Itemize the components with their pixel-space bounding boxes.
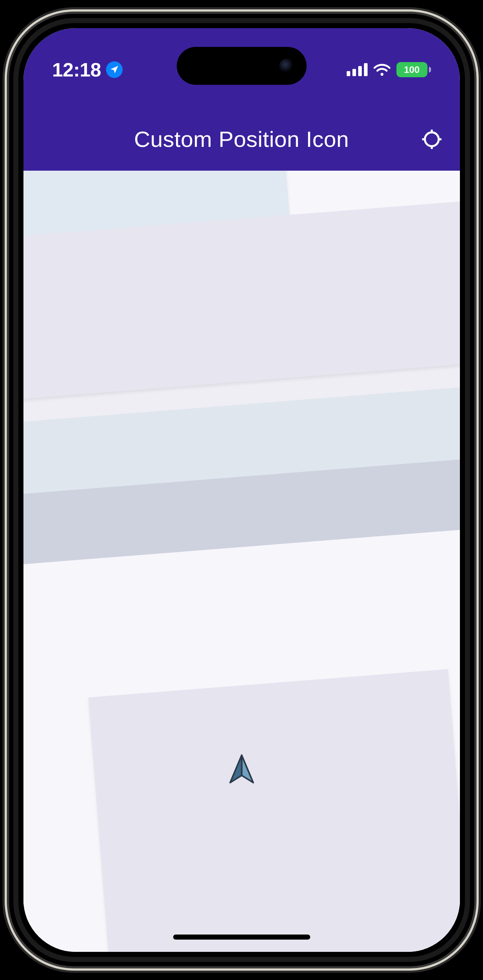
home-indicator[interactable] (173, 934, 310, 940)
building-block (88, 669, 460, 952)
current-location-marker[interactable] (227, 754, 256, 786)
building-block (24, 199, 460, 412)
status-bar-left: 12:18 (52, 59, 123, 81)
wifi-icon (373, 63, 391, 76)
cellular-signal-icon (346, 63, 367, 76)
locate-button[interactable] (421, 129, 443, 150)
svg-point-0 (424, 132, 438, 146)
dynamic-island (177, 47, 307, 85)
status-bar-right: 100 (346, 62, 431, 77)
clock: 12:18 (52, 59, 102, 81)
nav-bar: Custom Position Icon (24, 108, 460, 171)
map-buildings-layer (24, 171, 460, 952)
battery-indicator: 100 (396, 62, 431, 77)
page-title: Custom Position Icon (134, 126, 349, 152)
map-view[interactable] (24, 171, 460, 952)
phone-frame: Custom Position Icon 12:18 (9, 14, 474, 966)
screen: Custom Position Icon 12:18 (24, 28, 460, 952)
battery-level: 100 (396, 62, 427, 77)
battery-tip (429, 67, 431, 73)
location-services-icon (106, 61, 122, 78)
navigation-arrow-icon (227, 754, 256, 786)
location-arrow-icon (109, 65, 119, 75)
crosshair-icon (422, 129, 442, 150)
